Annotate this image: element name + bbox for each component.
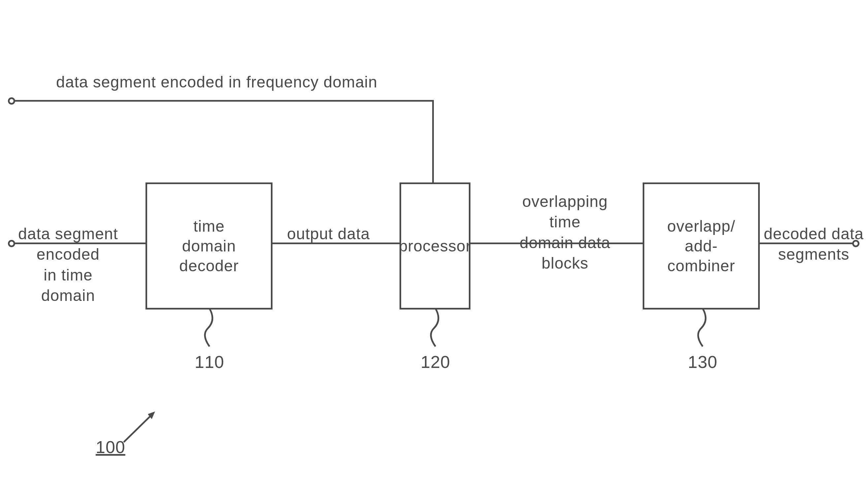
decoder-ref: 110 <box>195 352 224 372</box>
decoded-label: decoded data segments <box>764 224 864 265</box>
time-input-terminal <box>8 240 15 247</box>
overlap-blocks-label: overlapping time domain data blocks <box>520 191 610 274</box>
time-domain-decoder-block: time domain decoder <box>146 182 273 309</box>
combiner-ref: 130 <box>688 352 718 372</box>
freq-line-h <box>15 100 434 102</box>
decoder-label: time domain decoder <box>179 216 239 276</box>
processor-label: processor <box>399 236 471 256</box>
processor-ref: 120 <box>421 352 450 372</box>
diagram-canvas: data segment encoded in frequency domain… <box>0 0 868 490</box>
processor-block: processor <box>400 182 470 309</box>
freq-input-terminal <box>8 97 15 104</box>
decoder-lead <box>201 308 221 348</box>
processor-lead <box>427 308 447 348</box>
combiner-lead <box>694 308 714 348</box>
combiner-label: overlapp/ add- combiner <box>667 216 735 276</box>
time-input-label: data segment encoded in time domain <box>18 224 118 306</box>
freq-input-label: data segment encoded in frequency domain <box>56 72 377 92</box>
figure-ref: 100 <box>96 437 125 457</box>
overlap-add-combiner-block: overlapp/ add- combiner <box>643 182 760 309</box>
output-data-label: output data <box>287 224 370 244</box>
freq-line-v <box>432 100 434 182</box>
figure-ref-arrow <box>122 409 162 446</box>
